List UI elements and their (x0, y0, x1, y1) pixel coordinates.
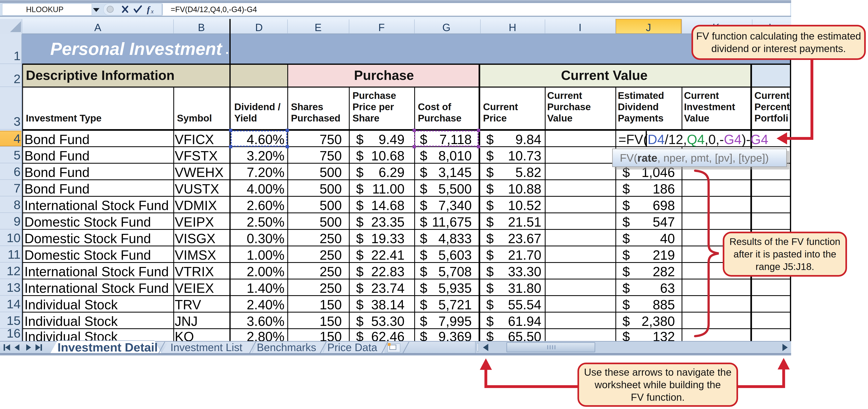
svg-text:x: x (151, 8, 154, 14)
svg-text:f: f (147, 5, 151, 14)
